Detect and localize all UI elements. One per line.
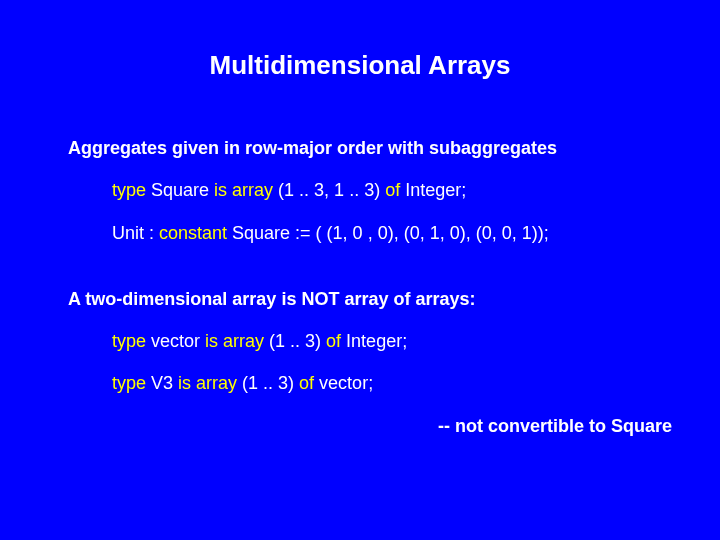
slide-title: Multidimensional Arrays (68, 50, 652, 81)
keyword-constant: constant (159, 223, 227, 243)
text: Integer; (341, 331, 407, 351)
comment-not-convertible: -- not convertible to Square (68, 414, 652, 438)
text: (1 .. 3) (264, 331, 326, 351)
text: (1 .. 3, 1 .. 3) (273, 180, 385, 200)
keyword-type: type (112, 331, 146, 351)
code-line-vector-type: type vector is array (1 .. 3) of Integer… (68, 329, 652, 353)
keyword-type: type (112, 180, 146, 200)
keyword-type: type (112, 373, 146, 393)
text: V3 (146, 373, 178, 393)
keyword-array: array (218, 331, 264, 351)
text: (1 .. 3) (237, 373, 299, 393)
text: vector (146, 331, 205, 351)
keyword-is: is (205, 331, 218, 351)
keyword-array: array (191, 373, 237, 393)
text: Integer; (400, 180, 466, 200)
keyword-of: of (385, 180, 400, 200)
keyword-of: of (299, 373, 314, 393)
code-line-unit: Unit : constant Square := ( (1, 0 , 0), … (68, 221, 652, 245)
text: vector; (314, 373, 373, 393)
text: Square (146, 180, 214, 200)
code-line-v3-type: type V3 is array (1 .. 3) of vector; (68, 371, 652, 395)
code-line-square-type: type Square is array (1 .. 3, 1 .. 3) of… (68, 178, 652, 202)
subheading-not-array-of-arrays: A two-dimensional array is NOT array of … (68, 287, 652, 311)
subheading-aggregates: Aggregates given in row-major order with… (68, 136, 652, 160)
text: Unit : (112, 223, 159, 243)
keyword-is: is (214, 180, 227, 200)
keyword-is: is (178, 373, 191, 393)
slide: Multidimensional Arrays Aggregates given… (0, 0, 720, 540)
keyword-of: of (326, 331, 341, 351)
text: Square := ( (1, 0 , 0), (0, 1, 0), (0, 0… (227, 223, 549, 243)
keyword-array: array (227, 180, 273, 200)
